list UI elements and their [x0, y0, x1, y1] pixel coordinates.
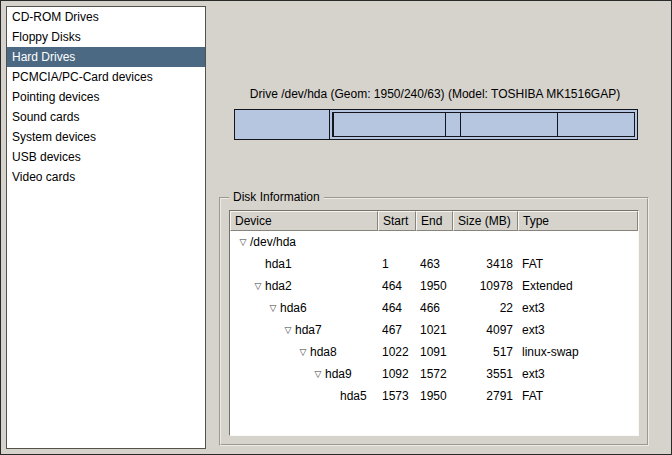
- end-cell: 1950: [416, 385, 453, 407]
- type-cell: ext3: [518, 363, 638, 385]
- type-cell: FAT: [518, 385, 638, 407]
- end-cell: 466: [416, 297, 453, 319]
- sidebar-item-sound-cards[interactable]: Sound cards: [7, 107, 205, 127]
- device-cell: ▽hda6: [230, 297, 378, 319]
- tree-expander-icon[interactable]: ▽: [281, 319, 295, 341]
- device-name: hda1: [265, 253, 292, 275]
- end-cell: 1950: [416, 275, 453, 297]
- table-row-hda5[interactable]: hda5157319502791FAT: [230, 385, 638, 407]
- table-row-hda2[interactable]: ▽hda2464195010978Extended: [230, 275, 638, 297]
- tree-expander-icon[interactable]: ▽: [266, 297, 280, 319]
- start-cell: [378, 231, 416, 253]
- column-header-end[interactable]: End: [416, 211, 453, 231]
- sidebar-item-cd-rom-drives[interactable]: CD-ROM Drives: [7, 7, 205, 27]
- sidebar-item-usb-devices[interactable]: USB devices: [7, 147, 205, 167]
- device-cell: ▽hda2: [230, 275, 378, 297]
- device-cell: ▽hda9: [230, 363, 378, 385]
- disk-information-frame: Disk Information Device Start End Size (…: [219, 197, 649, 446]
- tree-expander-icon[interactable]: ▽: [251, 275, 265, 297]
- device-name: hda2: [265, 275, 292, 297]
- type-cell: linux-swap: [518, 341, 638, 363]
- device-name: hda5: [340, 385, 367, 407]
- type-cell: ext3: [518, 297, 638, 319]
- size-cell: 10978: [453, 275, 518, 297]
- partition-bar: [234, 109, 638, 140]
- device-name: hda8: [310, 341, 337, 363]
- start-cell: 1: [378, 253, 416, 275]
- disk-table: Device Start End Size (MB) Type ▽/dev/hd…: [229, 210, 639, 436]
- size-cell: 2791: [453, 385, 518, 407]
- disk-information-title: Disk Information: [229, 190, 324, 204]
- table-row-hda7[interactable]: ▽hda746710214097ext3: [230, 319, 638, 341]
- sidebar-item-floppy-disks[interactable]: Floppy Disks: [7, 27, 205, 47]
- size-cell: 22: [453, 297, 518, 319]
- column-header-start[interactable]: Start: [378, 211, 416, 231]
- sidebar-item-pointing-devices[interactable]: Pointing devices: [7, 87, 205, 107]
- disk-table-header: Device Start End Size (MB) Type: [230, 211, 638, 231]
- hardware-browser-window: CD-ROM DrivesFloppy DisksHard DrivesPCMC…: [0, 0, 672, 455]
- device-name: hda7: [295, 319, 322, 341]
- extended-partition-inner: [332, 112, 635, 137]
- type-cell: Extended: [518, 275, 638, 297]
- column-header-size[interactable]: Size (MB): [453, 211, 518, 231]
- end-cell: [416, 231, 453, 253]
- sidebar-item-video-cards[interactable]: Video cards: [7, 167, 205, 187]
- partition-segment-hda5: [558, 113, 634, 136]
- type-cell: ext3: [518, 319, 638, 341]
- size-cell: 4097: [453, 319, 518, 341]
- device-cell: hda1: [230, 253, 378, 275]
- device-name: hda6: [280, 297, 307, 319]
- end-cell: 1021: [416, 319, 453, 341]
- drive-info-label: Drive /dev/hda (Geom: 1950/240/63) (Mode…: [223, 87, 647, 101]
- tree-expander-icon[interactable]: ▽: [311, 363, 325, 385]
- disk-table-body: ▽/dev/hdahda114633418FAT▽hda246419501097…: [230, 231, 638, 435]
- sidebar-item-hard-drives[interactable]: Hard Drives: [7, 47, 205, 67]
- end-cell: 1572: [416, 363, 453, 385]
- partition-segment-hda7: [334, 113, 446, 136]
- start-cell: 467: [378, 319, 416, 341]
- table-row-hda1[interactable]: hda114633418FAT: [230, 253, 638, 275]
- end-cell: 1091: [416, 341, 453, 363]
- start-cell: 464: [378, 297, 416, 319]
- start-cell: 1573: [378, 385, 416, 407]
- end-cell: 463: [416, 253, 453, 275]
- size-cell: [453, 231, 518, 253]
- tree-expander-icon[interactable]: ▽: [296, 341, 310, 363]
- start-cell: 1092: [378, 363, 416, 385]
- size-cell: 517: [453, 341, 518, 363]
- table-row-hda8[interactable]: ▽hda810221091517linux-swap: [230, 341, 638, 363]
- device-cell: ▽hda8: [230, 341, 378, 363]
- column-header-device[interactable]: Device: [230, 211, 378, 231]
- table-row-hda6[interactable]: ▽hda646446622ext3: [230, 297, 638, 319]
- type-cell: [518, 231, 638, 253]
- start-cell: 1022: [378, 341, 416, 363]
- device-cell: ▽/dev/hda: [230, 231, 378, 253]
- device-category-list: CD-ROM DrivesFloppy DisksHard DrivesPCMC…: [6, 6, 206, 449]
- column-header-type[interactable]: Type: [518, 211, 638, 231]
- type-cell: FAT: [518, 253, 638, 275]
- tree-expander-icon[interactable]: ▽: [236, 231, 250, 253]
- size-cell: 3418: [453, 253, 518, 275]
- table-row-dev-hda[interactable]: ▽/dev/hda: [230, 231, 638, 253]
- extended-partition-segment-hda2: [330, 110, 637, 139]
- partition-segment-hda8: [446, 113, 460, 136]
- partition-segment-hda9: [461, 113, 558, 136]
- size-cell: 3551: [453, 363, 518, 385]
- partition-segment-hda1: [235, 110, 330, 139]
- sidebar-item-pcmcia-pc-card-devices[interactable]: PCMCIA/PC-Card devices: [7, 67, 205, 87]
- device-cell: ▽hda7: [230, 319, 378, 341]
- table-row-hda9[interactable]: ▽hda9109215723551ext3: [230, 363, 638, 385]
- device-name: /dev/hda: [250, 231, 296, 253]
- device-cell: hda5: [230, 385, 378, 407]
- sidebar-item-system-devices[interactable]: System devices: [7, 127, 205, 147]
- start-cell: 464: [378, 275, 416, 297]
- device-name: hda9: [325, 363, 352, 385]
